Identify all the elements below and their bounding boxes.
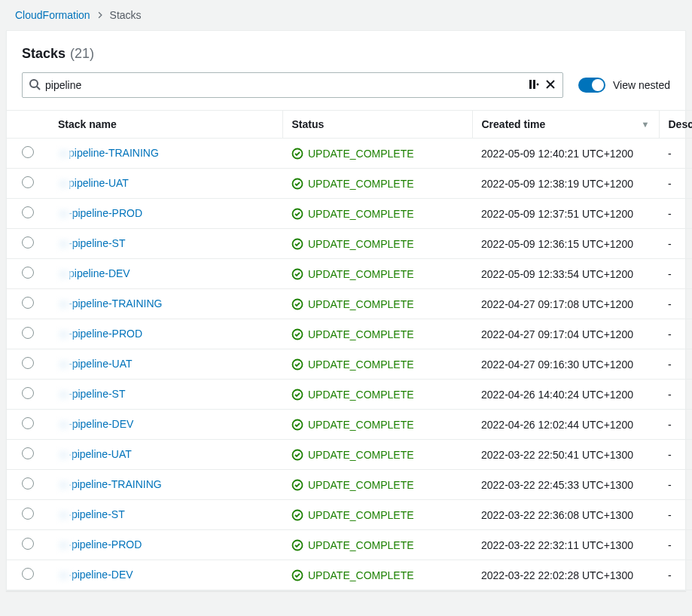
created-time: 2022-05-09 12:33:54 UTC+1200	[472, 259, 659, 289]
status-success-icon	[291, 419, 303, 431]
status-text: UPDATE_COMPLETE	[308, 148, 414, 160]
search-input[interactable]	[41, 79, 528, 91]
table-row[interactable]: -pipeline-UATUPDATE_COMPLETE2022-04-27 0…	[7, 349, 692, 380]
created-time: 2022-03-22 22:36:08 UTC+1300	[472, 500, 659, 530]
row-radio[interactable]	[22, 206, 34, 218]
description-cell: -	[659, 139, 692, 169]
row-radio[interactable]	[22, 357, 34, 369]
description-cell: -	[659, 259, 692, 289]
row-radio[interactable]	[22, 508, 34, 520]
redacted-prefix	[58, 330, 72, 340]
row-radio[interactable]	[22, 477, 34, 489]
stack-name-link[interactable]: ·pipeline-ST	[69, 508, 125, 520]
table-row[interactable]: -pipeline-DEVUPDATE_COMPLETE2022-04-26 1…	[7, 410, 692, 440]
match-icon[interactable]	[528, 78, 540, 93]
stack-name-link[interactable]: -pipeline-DEV	[69, 418, 133, 430]
redacted-prefix	[58, 239, 72, 250]
row-radio[interactable]	[22, 297, 34, 309]
col-select	[7, 111, 49, 139]
row-radio[interactable]	[22, 417, 34, 429]
row-radio[interactable]	[22, 146, 34, 158]
row-radio[interactable]	[22, 568, 34, 580]
stack-name-link[interactable]: -pipeline-PROD	[69, 207, 142, 219]
status-text: UPDATE_COMPLETE	[308, 268, 414, 280]
status-success-icon	[291, 208, 303, 220]
created-time: 2022-04-27 09:17:08 UTC+1200	[472, 289, 659, 319]
row-radio[interactable]	[22, 538, 34, 550]
description-cell: -	[659, 289, 692, 319]
table-row[interactable]: -pipeline-PRODUPDATE_COMPLETE2022-04-27 …	[7, 319, 692, 349]
stack-name-link[interactable]: -pipeline-ST	[69, 388, 125, 400]
status-text: UPDATE_COMPLETE	[308, 178, 414, 190]
page-title: Stacks (21)	[22, 46, 670, 62]
description-cell: -	[659, 440, 692, 470]
stack-name-link[interactable]: pipeline-UAT	[69, 177, 129, 189]
table-row[interactable]: pipeline-TRAININGUPDATE_COMPLETE2022-05-…	[7, 139, 692, 169]
table-row[interactable]: -pipeline-TRAININGUPDATE_COMPLETE2022-04…	[7, 289, 692, 319]
stack-name-link[interactable]: -pipeline-ST	[69, 237, 125, 249]
table-row[interactable]: pipeline-UATUPDATE_COMPLETE2022-05-09 12…	[7, 169, 692, 199]
table-row[interactable]: -pipeline-STUPDATE_COMPLETE2022-05-09 12…	[7, 229, 692, 259]
stack-name-link[interactable]: ·pipeline-DEV	[69, 569, 133, 581]
svg-point-0	[30, 80, 38, 87]
table-row[interactable]: ·pipeline-PRODUPDATE_COMPLETE2022-03-22 …	[7, 530, 692, 560]
stack-name-link[interactable]: pipeline-TRAINING	[69, 147, 159, 159]
table-row[interactable]: pipeline-DEVUPDATE_COMPLETE2022-05-09 12…	[7, 259, 692, 289]
redacted-prefix	[58, 450, 72, 461]
stacks-panel: Stacks (21)	[6, 30, 686, 591]
col-description[interactable]: Descr	[659, 111, 692, 139]
table-row[interactable]: ·pipeline-STUPDATE_COMPLETE2022-03-22 22…	[7, 500, 692, 530]
table-row[interactable]: -pipeline-PRODUPDATE_COMPLETE2022-05-09 …	[7, 199, 692, 229]
redacted-prefix	[58, 270, 72, 280]
created-time: 2022-04-26 14:40:24 UTC+1200	[472, 380, 659, 410]
row-radio[interactable]	[22, 447, 34, 459]
table-row[interactable]: ·pipeline-UATUPDATE_COMPLETE2022-03-22 2…	[7, 440, 692, 470]
stack-name-link[interactable]: -pipeline-TRAINING	[69, 297, 162, 310]
status-text: UPDATE_COMPLETE	[308, 569, 414, 581]
col-stack-name[interactable]: Stack name	[49, 111, 282, 139]
clear-search-icon[interactable]	[544, 78, 556, 93]
col-created-time[interactable]: Created time ▼	[472, 111, 659, 139]
status-text: UPDATE_COMPLETE	[308, 419, 414, 431]
panel-title-text: Stacks	[22, 46, 66, 62]
table-row[interactable]: -pipeline-STUPDATE_COMPLETE2022-04-26 14…	[7, 380, 692, 410]
stack-name-link[interactable]: pipeline-DEV	[69, 267, 130, 279]
stack-name-link[interactable]: ·pipeline-TRAINING	[69, 478, 162, 490]
status-text: UPDATE_COMPLETE	[308, 449, 414, 461]
status-text: UPDATE_COMPLETE	[308, 509, 414, 521]
status-text: UPDATE_COMPLETE	[308, 389, 414, 401]
created-time: 2022-05-09 12:36:15 UTC+1200	[472, 229, 659, 259]
redacted-prefix	[58, 209, 72, 220]
stack-name-link[interactable]: -pipeline-UAT	[69, 358, 133, 370]
stack-name-link[interactable]: -pipeline-PROD	[69, 328, 142, 340]
redacted-prefix	[58, 511, 72, 521]
table-row[interactable]: ·pipeline-DEVUPDATE_COMPLETE2022-03-22 2…	[7, 560, 692, 590]
sort-desc-icon: ▼	[642, 120, 650, 129]
created-time: 2022-05-09 12:38:19 UTC+1200	[472, 169, 659, 199]
created-time: 2022-05-09 12:40:21 UTC+1200	[472, 139, 659, 169]
row-radio[interactable]	[22, 267, 34, 279]
description-cell: -	[659, 169, 692, 199]
search-input-wrap[interactable]	[22, 72, 563, 98]
description-cell: -	[659, 349, 692, 380]
status-text: UPDATE_COMPLETE	[308, 479, 414, 491]
col-status[interactable]: Status	[282, 111, 472, 139]
breadcrumb-current: Stacks	[110, 9, 142, 21]
svg-point-4	[536, 83, 538, 85]
table-row[interactable]: ·pipeline-TRAININGUPDATE_COMPLETE2022-03…	[7, 470, 692, 500]
stack-name-link[interactable]: ·pipeline-UAT	[69, 448, 132, 460]
view-nested-toggle[interactable]	[578, 78, 605, 93]
row-radio[interactable]	[22, 327, 34, 339]
description-cell: -	[659, 199, 692, 229]
row-radio[interactable]	[22, 176, 34, 188]
status-text: UPDATE_COMPLETE	[308, 238, 414, 250]
svg-rect-2	[529, 80, 532, 89]
row-radio[interactable]	[22, 236, 34, 249]
status-text: UPDATE_COMPLETE	[308, 298, 414, 310]
row-radio[interactable]	[22, 387, 34, 399]
breadcrumb: CloudFormation Stacks	[0, 0, 692, 30]
stack-name-link[interactable]: ·pipeline-PROD	[69, 538, 142, 550]
description-cell: -	[659, 229, 692, 259]
redacted-prefix	[58, 480, 72, 491]
breadcrumb-root[interactable]: CloudFormation	[15, 9, 90, 21]
